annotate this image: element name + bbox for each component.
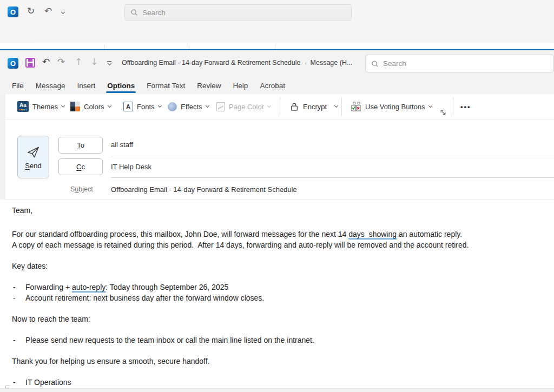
lock-icon (289, 102, 299, 111)
cc-field-value[interactable]: IT Help Desk (111, 163, 151, 171)
body-signature: -IT Operations (12, 377, 543, 388)
menu-acrobat[interactable]: Acrobat (254, 77, 291, 94)
chevron-down-icon (61, 104, 65, 108)
more-commands-button[interactable]: ••• (460, 94, 471, 119)
voting-buttons-icon (350, 102, 361, 112)
redo-icon[interactable]: ↷ (57, 57, 65, 67)
menu-help[interactable]: Help (227, 77, 254, 94)
fonts-icon: A (123, 102, 133, 111)
effects-icon (168, 102, 177, 111)
sync-icon[interactable]: ↻ (27, 6, 35, 16)
main-search-box[interactable] (124, 4, 352, 21)
menu-review[interactable]: Review (191, 77, 227, 94)
subject-field-value[interactable]: Offboarding Email - 14-day Forward & Ret… (111, 185, 297, 194)
message-body[interactable]: Team, For our standard offboarding proce… (0, 200, 554, 388)
ribbon-separator (453, 97, 453, 116)
chevron-down-icon (157, 104, 161, 108)
body-bullet-requests: -Please send new requests to the team in… (12, 335, 543, 346)
chevron-down-icon (267, 104, 271, 108)
ribbon-separator (280, 97, 280, 116)
body-paragraph-forwarding: For our standard offboarding process, th… (12, 229, 543, 250)
compose-search-input[interactable] (383, 59, 542, 68)
customize-toolbar-chevron-icon[interactable] (107, 61, 111, 65)
fonts-button[interactable]: A Fonts (123, 94, 161, 119)
effects-button[interactable]: Effects (168, 94, 209, 119)
search-icon (130, 9, 138, 16)
to-field-value[interactable]: all staff (111, 141, 133, 149)
move-down-icon[interactable]: ↓ (90, 57, 98, 67)
outlook-app-icon: O (8, 58, 18, 69)
menu-insert[interactable]: Insert (71, 77, 102, 94)
dialog-launcher-icon[interactable] (440, 110, 446, 116)
ribbon-group-separator (275, 44, 275, 49)
chevron-down-icon (334, 104, 338, 108)
body-bullet-retirement: -Account retirement: next business day a… (12, 293, 543, 303)
customize-toolbar-chevron-icon[interactable] (61, 10, 65, 14)
body-thanks: Thank you for helping us ensure a smooth… (12, 356, 543, 367)
menu-file[interactable]: File (6, 77, 30, 94)
search-icon (371, 60, 379, 68)
chevron-down-icon (428, 104, 432, 108)
cc-field-underline (111, 177, 554, 178)
outlook-app-icon[interactable]: O (8, 6, 18, 17)
main-search-input[interactable] (142, 9, 336, 17)
themes-button[interactable]: Aa Themes (17, 94, 64, 119)
main-window-tabrow: File Home Send / Receive View Help Acrob… (0, 24, 554, 43)
page-color-icon (216, 102, 225, 111)
chevron-down-icon (205, 104, 209, 108)
subject-label: Subject (70, 185, 93, 193)
ellipsis-icon: ••• (460, 103, 471, 111)
menu-message[interactable]: Message (30, 77, 71, 94)
colors-icon (70, 102, 80, 111)
colors-button[interactable]: Colors (70, 94, 111, 119)
page-color-button: Page Color (216, 94, 271, 119)
send-label: Send (25, 162, 41, 170)
body-key-dates-heading: Key dates: (12, 261, 543, 271)
window-bottom-edge (0, 388, 554, 392)
body-bullet-forwarding: -Forwarding + auto-reply: Today through … (12, 282, 543, 293)
compose-search-box[interactable] (365, 55, 554, 72)
to-button[interactable]: To (58, 137, 103, 154)
main-window-titlebar: O ↻ ↶ (0, 0, 554, 24)
send-icon (26, 145, 41, 159)
main-ribbon-edge (31, 43, 554, 49)
themes-icon: Aa (17, 101, 29, 112)
undo-icon[interactable]: ↶ (44, 6, 52, 16)
cc-button[interactable]: Cc (58, 158, 103, 175)
body-greeting: Team, (12, 205, 543, 216)
compose-message-window: O ↶ ↷ ↑ ↓ Offboarding Email - 14-day For… (0, 49, 554, 392)
options-ribbon: Aa Themes Colors A Fonts Effects Page Co… (5, 94, 554, 119)
move-up-icon[interactable]: ↑ (75, 57, 82, 67)
send-button[interactable]: Send (17, 136, 49, 178)
menu-options[interactable]: Options (101, 77, 141, 94)
ribbon-separator (341, 97, 342, 116)
use-voting-buttons-button[interactable]: Use Voting Buttons (350, 94, 432, 119)
window-title: Offboarding Email - 14-day Forward & Ret… (122, 59, 352, 67)
encrypt-button[interactable]: Encrypt (289, 94, 338, 119)
compose-titlebar: O ↶ ↷ ↑ ↓ Offboarding Email - 14-day For… (0, 50, 554, 77)
compose-menu-row: File Message Insert Options Format Text … (0, 77, 554, 94)
chevron-down-icon (108, 104, 111, 108)
grammar-marked-text: auto-reply (72, 283, 105, 291)
ribbon-group-separator (104, 44, 104, 49)
body-reach-heading: Now to reach the team: (12, 314, 543, 324)
undo-icon[interactable]: ↶ (42, 57, 50, 67)
to-field-underline (111, 156, 554, 156)
ribbon-group-separator (189, 44, 189, 49)
menu-format-text[interactable]: Format Text (141, 77, 191, 94)
grammar-marked-text: days showing (348, 230, 397, 238)
save-icon[interactable] (25, 58, 35, 68)
